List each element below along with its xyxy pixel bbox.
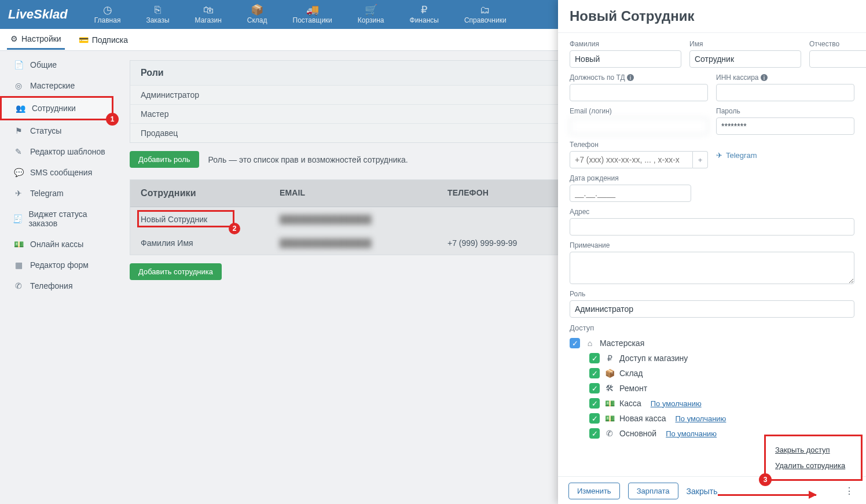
access-item-newcash[interactable]: 💵Новая кассаПо умолчанию — [570, 411, 854, 426]
employee-name: Фамилия Имя — [141, 238, 280, 248]
settings-sidebar: 📄Общие ◎Мастерские 👥Сотрудники1 ⚑Статусы… — [0, 51, 113, 301]
label-phone: Телефон — [570, 141, 708, 149]
access-root[interactable]: ⌂Мастерская — [570, 336, 854, 351]
cart-icon: 🛒 — [365, 5, 377, 15]
sidebar-item-general[interactable]: 📄Общие — [0, 54, 113, 75]
ruble-icon: ₽ — [604, 354, 615, 363]
address-input[interactable] — [570, 218, 854, 236]
midname-input[interactable] — [809, 50, 866, 68]
default-link[interactable]: По умолчанию — [651, 399, 702, 408]
access-item-repair[interactable]: 🛠Ремонт — [570, 381, 854, 396]
employee-email: ████████████████ — [280, 238, 447, 248]
add-role-button[interactable]: Добавить роль — [130, 151, 199, 168]
phone-icon: ✆ — [604, 429, 615, 438]
box-icon: 📦 — [251, 5, 263, 15]
drawer-footer: Изменить Зарплата Закрыть ⋮ Закрыть дост… — [558, 476, 866, 504]
label-password: Пароль — [716, 107, 854, 115]
label-midname: Отчество — [809, 40, 866, 48]
note-input[interactable] — [570, 252, 854, 284]
checkbox-icon[interactable] — [589, 413, 600, 424]
label-inn: ИНН кассира i — [716, 73, 854, 82]
home-icon: ⌂ — [585, 339, 595, 348]
sidebar-item-employees[interactable]: 👥Сотрудники1 — [0, 96, 113, 120]
sidebar-item-telegram[interactable]: ✈Telegram — [0, 183, 113, 204]
info-icon[interactable]: i — [627, 74, 634, 81]
default-link[interactable]: По умолчанию — [675, 414, 726, 423]
checkbox-icon[interactable] — [589, 368, 600, 378]
phone-input[interactable] — [570, 151, 693, 168]
gear-icon: ⚙ — [10, 34, 18, 43]
employee-drawer: Новый Сотрудник Фамилия Имя Отчество Дол… — [558, 0, 866, 504]
checkbox-icon[interactable] — [589, 353, 600, 363]
flag-icon: ⚑ — [13, 126, 24, 135]
nav-suppliers[interactable]: 🚚Поставщики — [282, 5, 343, 24]
popup-delete-employee[interactable]: Удалить сотрудника — [775, 458, 852, 473]
checkbox-icon[interactable] — [589, 383, 600, 393]
nav-directories[interactable]: 🗂Справочники — [454, 5, 517, 24]
bag-icon: 🛍 — [203, 5, 214, 15]
sms-icon: 💬 — [13, 168, 24, 177]
label-position: Должность по ТД i — [570, 73, 708, 82]
password-input[interactable] — [716, 117, 854, 135]
role-select[interactable] — [570, 300, 854, 318]
label-dob: Дата рождения — [570, 174, 691, 182]
access-item-shop[interactable]: ₽Доступ к магазину — [570, 351, 854, 366]
nav-home[interactable]: ◷Главная — [84, 5, 131, 24]
checkbox-icon[interactable] — [589, 398, 600, 409]
cash-icon: 💵 — [13, 240, 24, 249]
annotation-arrow — [718, 494, 816, 496]
label-lastname: Фамилия — [570, 40, 681, 48]
telegram-link[interactable]: ✈Telegram — [716, 151, 854, 160]
access-item-stock[interactable]: 📦Склад — [570, 366, 854, 381]
edit-button[interactable]: Изменить — [568, 483, 620, 499]
salary-button[interactable]: Зарплата — [628, 483, 678, 499]
speedometer-icon: ◷ — [103, 5, 112, 15]
lastname-input[interactable] — [570, 50, 681, 68]
dob-input[interactable] — [570, 185, 691, 202]
nav-cart[interactable]: 🛒Корзина — [347, 5, 395, 24]
sidebar-item-telephony[interactable]: ✆Телефония — [0, 275, 113, 296]
checkbox-icon[interactable] — [589, 428, 600, 439]
pin-icon: ◎ — [13, 81, 24, 90]
label-access: Доступ — [570, 323, 854, 332]
sidebar-item-form-editor[interactable]: ▦Редактор форм — [0, 255, 113, 275]
add-employee-button[interactable]: Добавить сотрудника — [130, 263, 222, 280]
checkbox-icon[interactable] — [570, 338, 580, 348]
doc-icon: 📄 — [13, 60, 24, 69]
default-link[interactable]: По умолчанию — [666, 429, 717, 438]
sidebar-item-cashboxes[interactable]: 💵Онлайн кассы — [0, 234, 113, 255]
employee-name: Новый Сотрудник — [141, 215, 280, 224]
nav-stock[interactable]: 📦Склад — [237, 5, 278, 24]
more-popup: Закрыть доступ Удалить сотрудника 3 — [764, 435, 863, 481]
firstname-input[interactable] — [689, 50, 801, 68]
sidebar-item-template-editor[interactable]: ✎Редактор шаблонов — [0, 141, 113, 162]
nav-finance[interactable]: ₽Финансы — [399, 5, 449, 24]
position-input[interactable] — [570, 84, 708, 101]
sidebar-item-statuses[interactable]: ⚑Статусы — [0, 120, 113, 141]
inn-input[interactable] — [716, 84, 854, 101]
close-link[interactable]: Закрыть — [687, 487, 718, 496]
popup-close-access[interactable]: Закрыть доступ — [775, 442, 852, 458]
sidebar-item-workshops[interactable]: ◎Мастерские — [0, 75, 113, 96]
add-phone-button[interactable]: + — [693, 151, 708, 168]
label-email: Email (логин) — [570, 107, 708, 115]
roles-hint: Роль — это список прав и возможностей со… — [208, 155, 408, 164]
nav-orders[interactable]: ⎘Заказы — [135, 5, 179, 24]
billing-icon: 💳 — [79, 35, 89, 45]
kebab-icon: ⋮ — [845, 485, 854, 496]
subnav-settings[interactable]: ⚙Настройки — [7, 30, 65, 50]
info-icon[interactable]: i — [761, 74, 768, 81]
access-item-cash[interactable]: 💵КассаПо умолчанию — [570, 396, 854, 411]
annotation-badge-1: 1 — [106, 113, 119, 126]
email-input[interactable] — [570, 117, 708, 135]
logo: LiveSklad — [8, 7, 68, 22]
label-firstname: Имя — [689, 40, 801, 48]
telegram-icon: ✈ — [716, 151, 722, 160]
subnav-subscription[interactable]: 💳Подписка — [75, 31, 131, 49]
folder-icon: 🗂 — [480, 5, 490, 15]
sidebar-item-sms[interactable]: 💬SMS сообщения — [0, 162, 113, 183]
more-button[interactable]: ⋮ — [843, 485, 856, 498]
sidebar-item-status-widget[interactable]: 🧾Виджет статуса заказов — [0, 204, 113, 234]
nav-shop[interactable]: 🛍Магазин — [185, 5, 232, 24]
ruble-icon: ₽ — [421, 5, 427, 15]
